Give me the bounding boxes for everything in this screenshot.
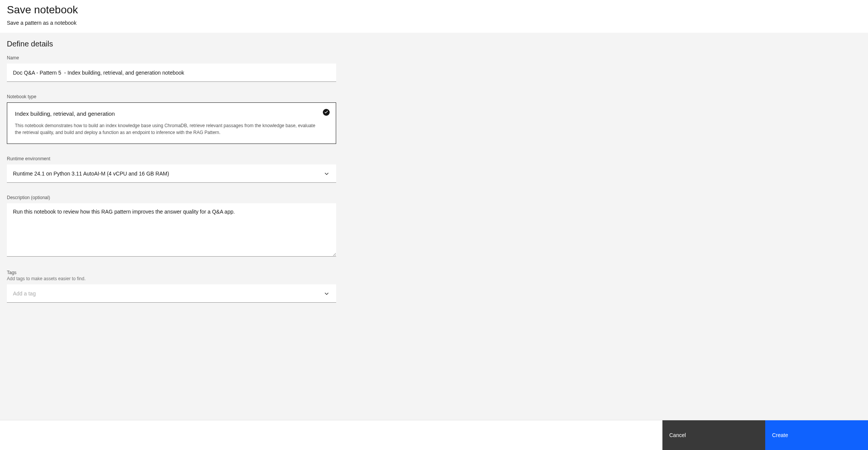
name-label: Name [7,55,336,61]
runtime-select[interactable]: Runtime 24.1 on Python 3.11 AutoAI-M (4 … [7,164,336,183]
page-subtitle: Save a pattern as a notebook [7,20,861,26]
description-label: Description (optional) [7,195,336,200]
runtime-label: Runtime environment [7,156,336,161]
cancel-label: Cancel [669,432,686,438]
cancel-button[interactable]: Cancel [662,420,765,450]
tags-group: Tags Add tags to make assets easier to f… [7,270,336,303]
checkmark-filled-icon [323,109,330,116]
description-group: Description (optional) [7,195,336,258]
notebook-type-label: Notebook type [7,94,336,99]
runtime-value: Runtime 24.1 on Python 3.11 AutoAI-M (4 … [13,171,169,177]
runtime-select-wrap: Runtime 24.1 on Python 3.11 AutoAI-M (4 … [7,164,336,183]
tags-label: Tags [7,270,336,275]
runtime-group: Runtime environment Runtime 24.1 on Pyth… [7,156,336,183]
tags-placeholder: Add a tag [13,290,36,297]
section-title: Define details [7,40,861,48]
name-input[interactable] [7,64,336,82]
notebook-type-tile[interactable]: Index building, retrieval, and generatio… [7,102,336,144]
create-button[interactable]: Create [765,420,868,450]
notebook-type-title: Index building, retrieval, and generatio… [15,110,328,117]
tags-sublabel: Add tags to make assets easier to find. [7,276,336,281]
tags-select-wrap: Add a tag [7,284,336,303]
modal-footer: Cancel Create [0,420,868,450]
create-label: Create [772,432,788,438]
page-title: Save notebook [7,4,861,16]
name-group: Name [7,55,336,82]
modal-header: Save notebook Save a pattern as a notebo… [0,0,868,33]
notebook-type-group: Notebook type Index building, retrieval,… [7,94,336,144]
notebook-type-description: This notebook demonstrates how to build … [15,122,316,136]
tags-input[interactable]: Add a tag [7,284,336,303]
form-body: Define details Name Notebook type Index … [0,33,868,420]
description-textarea[interactable] [7,203,336,257]
